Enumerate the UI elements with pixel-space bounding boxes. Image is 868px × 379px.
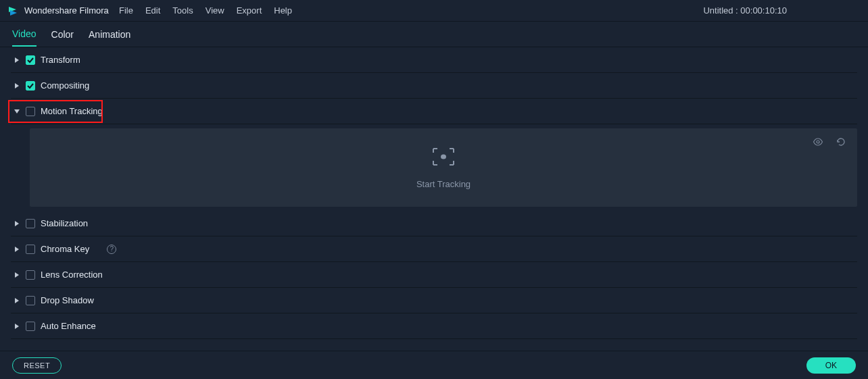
section-lens-correction[interactable]: Lens Correction xyxy=(11,262,857,288)
title-bar: Wondershare Filmora File Edit Tools View… xyxy=(0,0,868,22)
chevron-right-icon[interactable] xyxy=(14,272,20,278)
section-label-stabilization: Stabilization xyxy=(41,218,88,228)
section-auto-enhance[interactable]: Auto Enhance xyxy=(11,313,857,339)
chevron-right-icon[interactable] xyxy=(14,220,20,227)
motion-tracking-panel: Start Tracking xyxy=(30,128,857,207)
tab-bar: Video Color Animation xyxy=(0,22,868,47)
panel-area: Transform Compositing Motion Tracking xyxy=(0,47,868,350)
svg-point-0 xyxy=(817,141,819,143)
checkbox-auto-enhance[interactable] xyxy=(26,322,35,331)
section-label-chroma-key: Chroma Key xyxy=(41,244,89,254)
checkbox-stabilization[interactable] xyxy=(26,219,35,228)
ok-button[interactable]: OK xyxy=(806,357,856,374)
app-logo-icon xyxy=(7,5,19,17)
menu-view[interactable]: View xyxy=(206,5,224,16)
panel-icons xyxy=(813,136,846,147)
checkbox-drop-shadow[interactable] xyxy=(26,296,35,305)
logo-wrap: Wondershare Filmora xyxy=(7,5,116,17)
chevron-right-icon[interactable] xyxy=(14,57,20,64)
eye-icon[interactable] xyxy=(813,136,823,147)
menu-export[interactable]: Export xyxy=(237,5,262,16)
section-label-motion-tracking: Motion Tracking xyxy=(41,106,103,116)
section-chroma-key[interactable]: Chroma Key ? xyxy=(11,236,857,262)
tab-video[interactable]: Video xyxy=(12,28,37,47)
start-tracking-label[interactable]: Start Tracking xyxy=(416,179,471,189)
tracking-target-icon[interactable] xyxy=(431,147,456,167)
reset-icon[interactable] xyxy=(836,136,846,147)
chevron-right-icon[interactable] xyxy=(14,297,20,304)
menu-tools[interactable]: Tools xyxy=(172,5,193,16)
app-title: Wondershare Filmora xyxy=(24,5,109,16)
checkbox-compositing[interactable] xyxy=(26,81,35,91)
tab-animation[interactable]: Animation xyxy=(89,29,130,46)
checkbox-lens-correction[interactable] xyxy=(26,270,35,280)
menu-help[interactable]: Help xyxy=(274,5,292,16)
checkbox-transform[interactable] xyxy=(26,55,35,65)
footer-bar: RESET OK xyxy=(0,351,868,379)
section-stabilization[interactable]: Stabilization xyxy=(11,211,857,236)
menu-file[interactable]: File xyxy=(119,5,133,16)
section-compositing[interactable]: Compositing xyxy=(11,73,857,99)
chevron-right-icon[interactable] xyxy=(14,246,20,253)
menu-edit[interactable]: Edit xyxy=(145,5,160,16)
chevron-right-icon[interactable] xyxy=(14,82,20,89)
chevron-down-icon[interactable] xyxy=(14,108,20,115)
svg-point-1 xyxy=(441,154,446,159)
checkbox-motion-tracking[interactable] xyxy=(26,107,35,116)
chevron-right-icon[interactable] xyxy=(14,323,20,330)
help-icon[interactable]: ? xyxy=(107,245,116,254)
section-label-compositing: Compositing xyxy=(41,80,89,91)
section-transform[interactable]: Transform xyxy=(11,47,857,73)
menu-bar: File Edit Tools View Export Help xyxy=(119,5,292,16)
project-title: Untitled : 00:00:10:10 xyxy=(703,5,787,16)
section-drop-shadow[interactable]: Drop Shadow xyxy=(11,288,857,313)
section-label-auto-enhance: Auto Enhance xyxy=(41,321,96,331)
tab-color[interactable]: Color xyxy=(51,29,74,46)
reset-button[interactable]: RESET xyxy=(12,357,62,374)
checkbox-chroma-key[interactable] xyxy=(26,245,35,254)
section-label-transform: Transform xyxy=(41,55,80,65)
section-label-drop-shadow: Drop Shadow xyxy=(41,295,94,305)
section-motion-tracking[interactable]: Motion Tracking xyxy=(11,99,857,124)
section-label-lens-correction: Lens Correction xyxy=(41,270,103,280)
